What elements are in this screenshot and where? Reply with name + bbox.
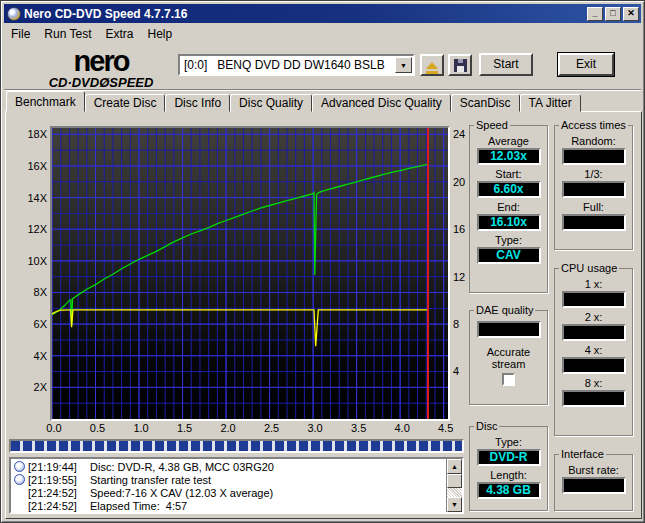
axis-tick-label: 4.5 xyxy=(433,422,459,434)
burst-rate-label: Burst rate: xyxy=(558,464,629,476)
log-message: Elapsed Time: 4:57 xyxy=(90,500,444,512)
disc-info-icon xyxy=(14,474,25,485)
access-times-group: Access times Random: 1/3: Full: xyxy=(554,119,633,250)
cpu-8x-value xyxy=(562,390,626,407)
log-scrollbar[interactable]: ▲ ▼ xyxy=(446,459,462,512)
tab-create-disc[interactable]: Create Disc xyxy=(85,94,166,112)
chevron-down-icon[interactable]: ▼ xyxy=(395,57,412,73)
app-window: Nero CD-DVD Speed 4.7.7.16 _ □ ✕ File Ru… xyxy=(0,0,645,523)
axis-tick-label: 2.5 xyxy=(259,422,285,434)
menu-extra[interactable]: Extra xyxy=(98,25,140,43)
maximize-button[interactable]: □ xyxy=(605,7,621,21)
log-timestamp: [21:19:55] xyxy=(28,474,90,486)
scroll-down-icon[interactable]: ▼ xyxy=(447,497,462,512)
title-bar: Nero CD-DVD Speed 4.7.7.16 _ □ ✕ xyxy=(4,4,641,23)
cpu-2x-label: 2 x: xyxy=(558,311,629,323)
tab-advanced-disc-quality[interactable]: Advanced Disc Quality xyxy=(312,94,451,112)
close-button[interactable]: ✕ xyxy=(623,7,639,21)
chart-plot-area xyxy=(52,128,448,419)
axis-tick-label: 4 xyxy=(453,365,459,377)
cpu-2x-value xyxy=(562,324,626,341)
axis-tick-label: 8X xyxy=(13,286,47,298)
nero-logo: nero CD·DVDØSPEED xyxy=(21,47,181,89)
cpu-1x-label: 1 x: xyxy=(558,278,629,290)
axis-tick-label: 1.0 xyxy=(128,422,154,434)
disc-length-label: Length: xyxy=(473,469,544,481)
start-button[interactable]: Start xyxy=(479,53,533,76)
random-access-value xyxy=(562,148,626,165)
axis-tick-label: 14X xyxy=(13,192,47,204)
accurate-stream-label-line1: Accurate xyxy=(473,346,544,358)
full-access-value xyxy=(562,214,626,231)
minimize-button[interactable]: _ xyxy=(587,7,603,21)
benchmark-chart xyxy=(50,126,450,421)
axis-tick-label: 24 xyxy=(453,128,465,140)
axis-tick-label: 2X xyxy=(13,381,47,393)
axis-tick-label: 3.0 xyxy=(302,422,328,434)
menu-file[interactable]: File xyxy=(4,25,37,43)
end-label: End: xyxy=(473,201,544,213)
disc-type-label: Type: xyxy=(473,436,544,448)
start-speed-value: 6.60x xyxy=(477,181,541,198)
log-panel[interactable]: [21:19:44] Disc: DVD-R, 4.38 GB, MCC 03R… xyxy=(9,457,464,514)
nero-logo-text: nero xyxy=(21,47,181,76)
axis-tick-label: 12 xyxy=(453,271,465,283)
disc-info-icon xyxy=(14,461,25,472)
x-axis-labels: 0.00.51.01.52.02.53.03.54.04.5 xyxy=(52,422,452,436)
log-row: [21:24:52] Speed:7-16 X CAV (12.03 X ave… xyxy=(13,486,444,499)
random-label: Random: xyxy=(558,135,629,147)
axis-tick-label: 12X xyxy=(13,223,47,235)
y-axis-left-labels: 18X16X14X12X10X8X6X4X2X xyxy=(13,126,47,421)
scrollbar-thumb[interactable] xyxy=(447,474,462,488)
cpu-usage-group: CPU usage 1 x: 2 x: 4 x: 8 x: xyxy=(554,262,633,436)
log-lines: [21:19:44] Disc: DVD-R, 4.38 GB, MCC 03R… xyxy=(11,459,446,512)
disc-length-value: 4.38 GB xyxy=(477,482,541,499)
log-timestamp: [21:24:52] xyxy=(28,487,90,499)
axis-tick-label: 20 xyxy=(453,176,465,188)
drive-select-dropdown[interactable]: [0:0] BENQ DVD DD DW1640 BSLB ▼ xyxy=(178,54,415,76)
axis-tick-label: 3.5 xyxy=(346,422,372,434)
end-speed-value: 16.10x xyxy=(477,214,541,231)
tab-benchmark[interactable]: Benchmark xyxy=(6,91,85,112)
tab-strip: Benchmark Create Disc Disc Info Disc Qua… xyxy=(6,92,581,112)
accurate-stream-checkbox[interactable] xyxy=(502,373,515,386)
cpu-4x-value xyxy=(562,357,626,374)
burst-rate-value xyxy=(562,477,626,494)
progress-bar xyxy=(9,439,464,453)
axis-tick-label: 6X xyxy=(13,318,47,330)
window-title: Nero CD-DVD Speed 4.7.7.16 xyxy=(24,7,585,21)
log-row: [21:19:55] Starting transfer rate test xyxy=(13,473,444,486)
scroll-up-icon[interactable]: ▲ xyxy=(447,459,462,474)
tab-scandisc[interactable]: ScanDisc xyxy=(451,94,520,112)
eject-button[interactable] xyxy=(420,54,444,76)
axis-tick-label: 4X xyxy=(13,350,47,362)
cpu-4x-label: 4 x: xyxy=(558,344,629,356)
menu-run-test[interactable]: Run Test xyxy=(37,25,98,43)
axis-tick-label: 4.0 xyxy=(389,422,415,434)
drive-select-value: [0:0] BENQ DVD DD DW1640 BSLB xyxy=(180,58,395,72)
log-message: Disc: DVD-R, 4.38 GB, MCC 03RG20 xyxy=(90,461,444,473)
toolbar-separator xyxy=(4,89,641,91)
save-button[interactable] xyxy=(448,54,472,76)
average-label: Average xyxy=(473,135,544,147)
log-row: [21:19:44] Disc: DVD-R, 4.38 GB, MCC 03R… xyxy=(13,460,444,473)
access-times-group-title: Access times xyxy=(559,119,628,131)
tab-ta-jitter[interactable]: TA Jitter xyxy=(520,94,581,112)
log-timestamp: [21:24:52] xyxy=(28,500,90,512)
dae-quality-group: DAE quality Accurate stream xyxy=(469,304,548,405)
menu-help[interactable]: Help xyxy=(141,25,180,43)
axis-tick-label: 10X xyxy=(13,255,47,267)
floppy-disk-icon xyxy=(454,59,467,72)
full-label: Full: xyxy=(558,201,629,213)
axis-tick-label: 0.5 xyxy=(85,422,111,434)
axis-tick-label: 18X xyxy=(13,128,47,140)
exit-button[interactable]: Exit xyxy=(558,53,614,76)
tab-disc-info[interactable]: Disc Info xyxy=(165,94,230,112)
type-label: Type: xyxy=(473,234,544,246)
tab-disc-quality[interactable]: Disc Quality xyxy=(230,94,312,112)
axis-tick-label: 1.5 xyxy=(172,422,198,434)
scrollbar-track[interactable] xyxy=(447,488,462,497)
axis-tick-label: 2.0 xyxy=(215,422,241,434)
axis-tick-label: 0.0 xyxy=(41,422,67,434)
accurate-stream-label-line2: stream xyxy=(473,358,544,370)
